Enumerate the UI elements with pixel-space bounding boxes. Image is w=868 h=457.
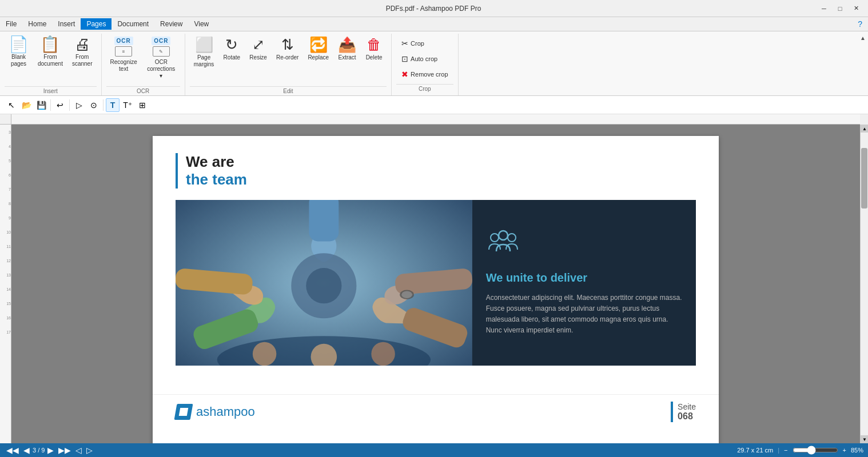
ruler-h-svg: // Will be filled by JS xyxy=(11,114,860,125)
zoom-in-icon[interactable]: + xyxy=(843,447,846,454)
menu-home[interactable]: Home xyxy=(22,18,52,30)
remove-crop-icon: ✖ xyxy=(401,70,408,79)
content-area: // Will be filled by JS 3 4 5 6 7 8 9 10… xyxy=(0,114,868,443)
insert-text-button[interactable]: T⁺ xyxy=(121,98,134,112)
rotate-label: Rotate xyxy=(224,54,240,61)
toolbar-separator-2 xyxy=(69,99,70,111)
scrollbar-up-button[interactable]: ▲ xyxy=(861,125,868,133)
menu-document[interactable]: Document xyxy=(112,18,154,30)
scrollbar-track xyxy=(861,133,868,435)
team-photo-svg xyxy=(176,200,472,366)
zoom-out-icon[interactable]: − xyxy=(784,447,787,454)
replace-icon: 🔁 xyxy=(309,37,328,53)
ruler-v-labels: 3 4 5 6 7 8 9 10 11 12 13 14 15 16 17 xyxy=(0,125,11,334)
auto-crop-label: Auto crop xyxy=(411,55,437,62)
svg-point-14 xyxy=(371,342,395,366)
page-number-block: Seite 068 xyxy=(671,402,696,422)
menu-pages[interactable]: Pages xyxy=(81,18,112,30)
menu-review[interactable]: Review xyxy=(154,18,188,30)
nav-right-button[interactable]: ▷ xyxy=(85,446,94,455)
delete-button[interactable]: 🗑 Delete xyxy=(361,34,387,64)
ribbon-group-ocr: OCR ≡ Recognizetext OCR ✎ OCRcorrections… xyxy=(102,34,185,95)
minimize-button[interactable]: ─ xyxy=(817,3,831,14)
text-tool-button[interactable]: T xyxy=(106,98,120,112)
page-inner: We are the team xyxy=(153,136,719,383)
nav-left-button[interactable]: ◁ xyxy=(74,446,83,455)
svg-rect-3 xyxy=(309,200,339,241)
edit-group-label: Edit xyxy=(190,86,387,95)
replace-button[interactable]: 🔁 Replace xyxy=(304,34,333,64)
statusbar-right: 29.7 x 21 cm | − + 85% xyxy=(737,446,863,455)
lasso-button[interactable]: ⊙ xyxy=(87,98,101,112)
next-page-button[interactable]: ▶ xyxy=(46,446,55,455)
blank-pages-button[interactable]: 📄 Blankpages xyxy=(5,34,33,70)
photo-side xyxy=(176,200,472,366)
heading-line2: the team xyxy=(186,171,247,189)
select-button[interactable]: ▷ xyxy=(72,98,86,112)
more-button[interactable]: ⊞ xyxy=(136,98,149,112)
svg-point-16 xyxy=(508,234,516,242)
recognize-text-icon: OCR ≡ xyxy=(114,37,133,57)
svg-point-15 xyxy=(491,234,499,242)
maximize-button[interactable]: □ xyxy=(833,3,847,14)
ribbon-group-ocr-content: OCR ≡ Recognizetext OCR ✎ OCRcorrections… xyxy=(106,34,180,86)
save-button[interactable]: 💾 xyxy=(34,98,48,112)
auto-crop-icon: ⊡ xyxy=(401,54,408,63)
page-num-text: Seite 068 xyxy=(678,402,696,422)
menu-insert[interactable]: Insert xyxy=(52,18,81,30)
crop-label: Crop xyxy=(411,40,424,47)
dark-side-heading: We unite to deliver xyxy=(486,271,587,284)
scrollbar-down-button[interactable]: ▼ xyxy=(861,435,868,443)
help-button[interactable]: ? xyxy=(852,17,868,31)
toolbar-separator-1 xyxy=(50,99,51,111)
extract-label: Extract xyxy=(339,54,356,61)
page-label: Seite xyxy=(678,402,696,411)
crop-icon: ✂ xyxy=(401,39,408,48)
page-footer: ashampoo Seite 068 xyxy=(153,394,719,429)
ruler-v-label: 11 xyxy=(6,244,11,248)
canvas-area: We are the team xyxy=(11,125,860,443)
team-icon xyxy=(486,230,520,263)
undo-button[interactable]: ↩ xyxy=(53,98,67,112)
auto-crop-button[interactable]: ⊡ Auto crop xyxy=(396,51,453,66)
resize-button[interactable]: ⤢ Resize xyxy=(245,34,271,64)
last-page-button[interactable]: ▶▶ xyxy=(57,446,73,455)
from-scanner-label: Fromscanner xyxy=(72,54,93,67)
scrollbar-thumb[interactable] xyxy=(861,148,867,209)
from-scanner-button[interactable]: 🖨 Fromscanner xyxy=(68,34,97,70)
svg-rect-0 xyxy=(11,114,860,125)
prev-page-button[interactable]: ◀ xyxy=(22,446,31,455)
zoom-slider[interactable] xyxy=(793,446,838,455)
extract-button[interactable]: 📤 Extract xyxy=(334,34,360,64)
reorder-button[interactable]: ⇅ Re-order xyxy=(272,34,302,64)
ribbon-collapse-button[interactable]: ▲ xyxy=(858,34,868,42)
pointer-tool-button[interactable]: ↖ xyxy=(5,98,18,112)
recognize-text-button[interactable]: OCR ≡ Recognizetext xyxy=(106,34,141,75)
ruler-v-label: 13 xyxy=(6,273,11,277)
from-document-label: Fromdocument xyxy=(38,54,63,67)
ruler-v-label: 8 xyxy=(9,202,11,206)
extract-icon: 📤 xyxy=(338,37,356,53)
ocr-corrections-icon: OCR ✎ xyxy=(152,37,170,57)
crop-group-label: Crop xyxy=(396,84,453,93)
ruler-v-label: 9 xyxy=(9,216,11,220)
zoom-level: 85% xyxy=(851,447,863,454)
from-document-button[interactable]: 📋 Fromdocument xyxy=(34,34,67,70)
horizontal-ruler: // Will be filled by JS 3 4 5 6 7 8 9 10… xyxy=(11,114,860,125)
page-margins-label: Pagemargins xyxy=(194,54,214,68)
ashampoo-logo: ashampoo xyxy=(176,404,255,420)
ocr-group-label: OCR xyxy=(106,86,180,95)
delete-icon: 🗑 xyxy=(367,37,381,53)
menu-file[interactable]: File xyxy=(0,18,22,30)
first-page-button[interactable]: ◀◀ xyxy=(5,446,21,455)
crop-button[interactable]: ✂ Crop xyxy=(396,36,453,51)
open-button[interactable]: 📂 xyxy=(19,98,33,112)
vertical-scrollbar[interactable]: ▲ ▼ xyxy=(860,125,868,443)
ribbon-group-edit-content: ⬜ Pagemargins ↻ Rotate ⤢ Resize ⇅ Re-ord… xyxy=(190,34,387,86)
close-button[interactable]: ✕ xyxy=(849,3,863,14)
ocr-corrections-button[interactable]: OCR ✎ OCRcorrections ▾ xyxy=(142,34,180,82)
page-margins-button[interactable]: ⬜ Pagemargins xyxy=(190,34,218,71)
menu-view[interactable]: View xyxy=(188,18,214,30)
rotate-button[interactable]: ↻ Rotate xyxy=(219,34,244,64)
remove-crop-button[interactable]: ✖ Remove crop xyxy=(396,67,453,82)
